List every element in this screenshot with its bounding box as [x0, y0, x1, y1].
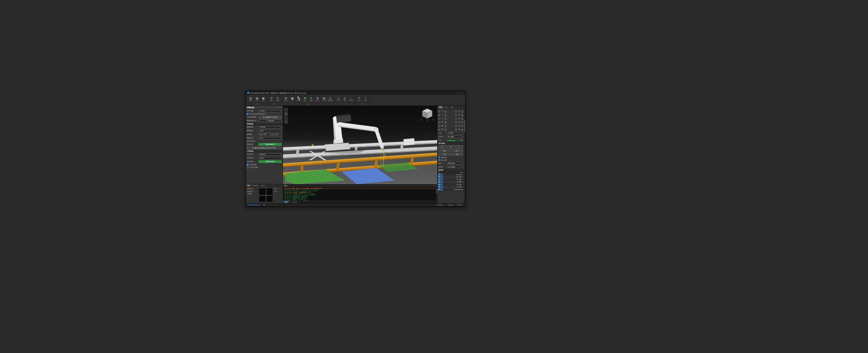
rotate-icon[interactable]: ↻ [284, 120, 288, 124]
jog-minus-X[interactable]: − [438, 110, 440, 113]
right-panel-scrollbar-thumb[interactable] [464, 119, 465, 132]
auto-pose-checkbox[interactable]: ✓ [247, 113, 249, 115]
length-filter-checkbox[interactable] [247, 140, 249, 142]
jog-plus-Rx[interactable]: + [444, 121, 447, 124]
log-body[interactable]: [14:32:05] 警告: 焊缝 W-013 姿态超限，已自动调整焊枪角度！[… [283, 187, 437, 200]
preview-button[interactable]: 在三维视图中高亮焊缝 [259, 116, 282, 119]
layout-thumbnail[interactable] [259, 188, 273, 202]
quick-button-3[interactable]: 清除 [451, 153, 463, 156]
toolbar-button-2-5[interactable]: ⊕坐标系 [315, 95, 321, 103]
target-select[interactable]: 工件组-1 [259, 110, 282, 112]
quick-button-2[interactable]: 示教 [439, 153, 450, 156]
toolbar-button-2-2[interactable]: ▚变位机 [296, 95, 302, 103]
jog-minus-Z[interactable]: − [438, 118, 440, 120]
maximize-button[interactable]: □ [460, 92, 461, 94]
right-panel-scrollbar[interactable] [464, 106, 465, 203]
jog-plus-J6[interactable]: + [461, 129, 463, 131]
weld-point-edit-checkbox[interactable]: ✓ [247, 164, 249, 166]
leg-height-input[interactable]: 5 mm [259, 130, 282, 132]
toolbar-button-4-0[interactable]: ?帮助 [356, 95, 362, 103]
jog-plus-X[interactable]: + [444, 110, 447, 113]
jog-minus-J3[interactable]: − [455, 118, 457, 120]
zoom-icon[interactable]: ⊕ [284, 112, 288, 115]
toolbar-button-0-1[interactable]: ▤打开 [254, 95, 260, 103]
goto-select[interactable]: 原点位置 [447, 136, 463, 138]
home-icon[interactable]: ⌂ [284, 108, 288, 111]
weld-group-item-0[interactable]: 焊缝组-01 [247, 188, 258, 190]
toolbar-button-2-3[interactable]: ●仿真 [302, 95, 308, 103]
toolbar-button-4-1[interactable]: i关于 [363, 95, 368, 103]
frame-tab-1[interactable]: 工具 [443, 106, 448, 109]
toolbar-button-2-0[interactable]: ⚙机器人 [283, 95, 289, 103]
speed-input[interactable]: 1000 mm/s [447, 162, 463, 164]
play-button[interactable]: ▶ [439, 145, 446, 148]
jog-minus-Rx[interactable]: − [438, 121, 440, 124]
toolbar-button-0-2[interactable]: ▣保存 [260, 95, 266, 103]
shrink-end-input[interactable]: 终点 0 mm [270, 134, 282, 136]
weld-type-select[interactable]: 平角焊缝 [259, 126, 282, 129]
status-item-1[interactable]: 关节坐标 [445, 204, 455, 206]
log-clear-icon[interactable]: × [435, 185, 436, 187]
toolbar-button-1-1[interactable]: ↻恢复 [275, 95, 281, 103]
toolbar-button-2-4[interactable]: ≡参数 [308, 95, 314, 103]
arc-mode-select[interactable]: 直线引弧 [259, 153, 282, 156]
jog-plus-Rz[interactable]: + [444, 129, 447, 131]
stop-button[interactable]: ■ [455, 145, 463, 148]
collision-checkbox[interactable]: ✓ [439, 157, 440, 158]
toolbar-button-3-0[interactable]: △标定 [335, 95, 341, 103]
weld-group-item-2[interactable]: 工装夹具 [247, 193, 258, 195]
step-input[interactable]: 1.00 mm [447, 132, 463, 134]
toolbar-button-0-0[interactable]: ⊞新建 [248, 95, 254, 103]
jog-minus-J6[interactable]: − [455, 129, 457, 131]
toolbar-button-3-1[interactable]: ∠测量 [342, 95, 348, 103]
viewport-3d[interactable]: ⌂⊕↔↻ [283, 106, 437, 185]
log-filter-icon[interactable]: ▾ [433, 185, 434, 187]
jog-plus-J1[interactable]: + [461, 110, 463, 113]
shrink-start-input[interactable]: 起点 0 mm [259, 134, 270, 136]
axis-row-E1[interactable]: E11250.000 mm [438, 189, 464, 191]
jog-plus-Z[interactable]: + [444, 118, 447, 120]
weld-group-item-1[interactable]: 焊缝组-02 [247, 191, 258, 192]
jog-plus-Ry[interactable]: + [444, 125, 447, 127]
jog-minus-J1[interactable]: − [455, 110, 457, 113]
tack-point-edit-checkbox[interactable] [247, 167, 249, 168]
jog-minus-Y[interactable]: − [438, 114, 440, 116]
update-weld-button[interactable]: 更新焊缝轨迹 [259, 143, 282, 146]
pick-weld-button[interactable]: ◎ 拾取焊缝 [259, 119, 282, 122]
jog-minus-Ry[interactable]: − [438, 125, 440, 127]
jog-plus-J5[interactable]: + [461, 125, 463, 127]
toolbar-button-2-1[interactable]: ▦工件 [289, 95, 295, 103]
frame-tab-0[interactable]: 坐标 [438, 106, 443, 109]
subpanel-tab-0[interactable]: 视图 [246, 184, 251, 186]
jog-minus-J4[interactable]: − [455, 121, 457, 124]
panel-apply-icon[interactable]: ✓ [280, 106, 282, 108]
status-item-2[interactable]: FPS 60 [455, 204, 464, 206]
toolbar-button-3-2[interactable]: →后置输出 [348, 95, 354, 103]
toolbar-button-2-7[interactable]: ⚠碰撞检测 [327, 95, 333, 103]
jog-plus-J4[interactable]: + [461, 121, 463, 124]
status-item-0[interactable]: 世界坐标 [435, 204, 445, 206]
direction-select[interactable]: 沿 X+ [259, 137, 282, 139]
rate-bar[interactable] [447, 140, 459, 141]
jog-minus-Rz[interactable]: − [438, 129, 440, 131]
view-shortcut-1[interactable]: 正视 [274, 191, 282, 192]
jog-plus-Y[interactable]: + [444, 114, 447, 116]
frame-tab-2[interactable]: 基座 [449, 106, 454, 109]
toolbar-button-2-6[interactable]: ▥工艺库 [321, 95, 327, 103]
arc-length-input[interactable]: 固定值 [259, 157, 282, 159]
jog-minus-J2[interactable]: − [455, 114, 457, 116]
pause-button[interactable]: ∥ [447, 145, 455, 148]
frame-select[interactable]: 工具坐标系 [447, 166, 463, 168]
update-arc-button[interactable]: 更新引弧轨迹 [259, 160, 282, 163]
show-path-checkbox[interactable]: ✓ [439, 159, 440, 161]
jog-plus-J2[interactable]: + [461, 114, 463, 116]
subpanel-tab-1[interactable]: 快捷控制 [251, 184, 259, 186]
refresh-all-welds-button[interactable]: ↻ 重新识别并更新全部焊缝 (共17条) [247, 147, 282, 149]
quick-button-0[interactable]: 回零 [439, 149, 450, 152]
quick-button-1[interactable]: 复位 [451, 149, 463, 152]
view-shortcut-0[interactable]: 俯视 [274, 188, 282, 190]
minimize-button[interactable]: ─ [457, 92, 458, 94]
close-button[interactable]: × [463, 92, 464, 94]
panel-close-icon[interactable]: × [278, 106, 279, 108]
jog-minus-J5[interactable]: − [455, 125, 457, 127]
